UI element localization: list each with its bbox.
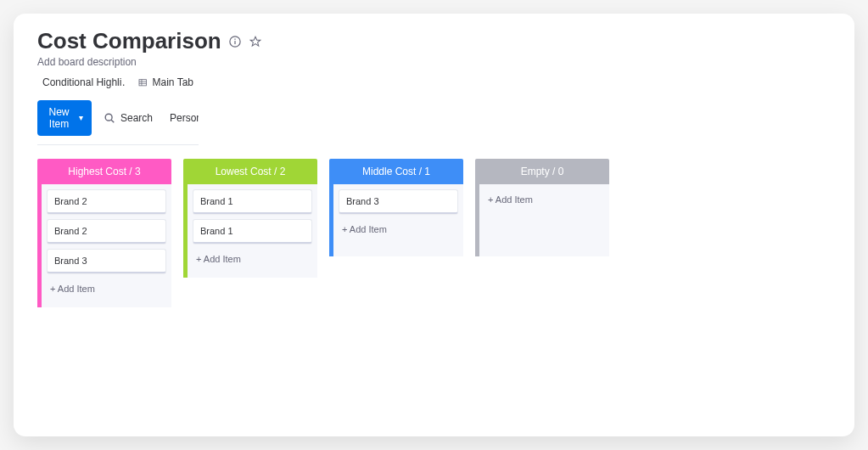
kanban-card[interactable]: Brand 1: [193, 189, 312, 214]
search-label: Search: [120, 112, 153, 124]
chevron-down-icon: ▾: [79, 113, 83, 122]
column-header[interactable]: Lowest Cost / 2: [183, 159, 317, 184]
column-count: 2: [280, 166, 286, 177]
info-icon[interactable]: [228, 35, 242, 48]
board-card: Cost Comparison Add board description Co…: [14, 14, 854, 436]
column-count: 3: [135, 166, 141, 177]
view-tab-conditional[interactable]: Conditional Highli…: [37, 76, 125, 88]
svg-rect-1: [234, 41, 235, 44]
kanban-card[interactable]: Brand 1: [193, 219, 312, 244]
column-count: 1: [424, 166, 430, 177]
column-body: Brand 3 + Add Item: [333, 184, 463, 241]
view-tab-main[interactable]: Main Tab: [138, 76, 193, 88]
column-header[interactable]: Empty / 0: [475, 159, 609, 184]
kanban-card[interactable]: Brand 2: [47, 189, 166, 214]
add-item-button[interactable]: + Add Item: [193, 249, 312, 266]
column-title: Middle Cost: [362, 166, 416, 177]
column-body: Brand 1 Brand 1 + Add Item: [188, 184, 317, 271]
search-button[interactable]: Search: [104, 112, 153, 124]
svg-rect-6: [139, 79, 147, 85]
kanban-card[interactable]: Brand 3: [47, 249, 166, 273]
person-filter-button[interactable]: Person: [165, 112, 199, 124]
view-tab-label: Conditional Highli…: [42, 76, 125, 88]
svg-rect-2: [234, 38, 235, 39]
add-item-button[interactable]: + Add Item: [484, 189, 604, 206]
kanban-column-lowest: Lowest Cost / 2 Brand 1 Brand 1 + Add It…: [183, 159, 317, 278]
kanban-board: Highest Cost / 3 Brand 2 Brand 2 Brand 3…: [37, 159, 831, 307]
column-count: 0: [558, 166, 564, 177]
board-description[interactable]: Add board description: [37, 56, 831, 68]
add-item-button[interactable]: + Add Item: [47, 278, 166, 295]
kanban-column-empty: Empty / 0 + Add Item: [475, 159, 609, 256]
new-item-label: New Item: [46, 106, 72, 130]
kanban-column-middle: Middle Cost / 1 Brand 3 + Add Item: [329, 159, 463, 256]
new-item-button[interactable]: New Item ▾: [37, 100, 92, 136]
svg-marker-3: [250, 37, 260, 46]
star-icon[interactable]: [249, 35, 262, 48]
kanban-column-highest: Highest Cost / 3 Brand 2 Brand 2 Brand 3…: [37, 159, 171, 307]
table-icon: [138, 76, 148, 88]
board-title: Cost Comparison: [37, 29, 221, 54]
column-header[interactable]: Highest Cost / 3: [37, 159, 171, 184]
column-title: Highest Cost: [68, 166, 126, 177]
column-title: Empty: [521, 166, 550, 177]
svg-line-11: [111, 120, 114, 122]
board-header: Cost Comparison: [37, 29, 831, 54]
column-header[interactable]: Middle Cost / 1: [329, 159, 463, 184]
svg-point-10: [105, 114, 112, 121]
kanban-card[interactable]: Brand 2: [47, 219, 166, 244]
views-row: Conditional Highli… Main Tab: [37, 76, 831, 88]
toolbar: New Item ▾ Search Person: [37, 100, 199, 145]
column-title: Lowest Cost: [216, 166, 272, 177]
column-body: Brand 2 Brand 2 Brand 3 + Add Item: [42, 184, 171, 301]
view-tab-label: Main Tab: [153, 76, 193, 88]
add-item-button[interactable]: + Add Item: [339, 219, 458, 236]
kanban-card[interactable]: Brand 3: [339, 189, 458, 214]
search-icon: [104, 112, 115, 124]
column-body: + Add Item: [479, 184, 609, 211]
person-label: Person: [170, 112, 199, 124]
